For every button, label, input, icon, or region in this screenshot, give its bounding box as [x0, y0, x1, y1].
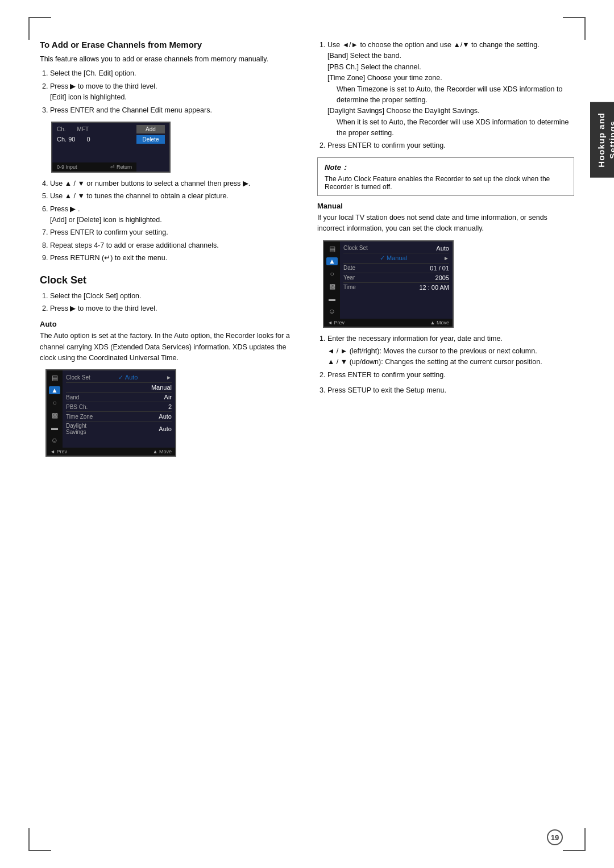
note-box: Note： The Auto Clock Feature enables the…: [317, 157, 574, 196]
icon-doc: ▬: [49, 424, 60, 432]
icon-disc: ○: [49, 399, 60, 407]
ch-cell: Ch. 90: [57, 136, 75, 143]
clock-daylight-label: DaylightSavings: [66, 423, 86, 435]
manual-year-val: 2005: [435, 274, 449, 281]
pbs-note: [PBS Ch.] Select the channel.: [327, 63, 421, 71]
icon-doc-m: ▬: [326, 295, 338, 303]
timezone-note-label: [Time Zone] Choose your time zone.: [327, 74, 442, 82]
manual-clock-set-label: Clock Set: [343, 245, 368, 251]
section1-steps-cont: Use ▲ / ▼ or number buttons to select a …: [40, 178, 297, 264]
clock-daylight-row: DaylightSavings Auto: [66, 422, 172, 436]
lr-note: ◄ / ► (left/right): Moves the cursor to …: [327, 346, 574, 357]
manual-date-label: Date: [343, 265, 355, 271]
list-item: Press ▶ .[Add] or [Delete] icon is highl…: [50, 204, 297, 226]
corner-mark-tl-h: [28, 17, 51, 18]
clock-daylight-val: Auto: [159, 425, 172, 432]
manual-clock-set-row: Clock Set Auto: [343, 244, 449, 253]
list-item: Press ▶ to move to the third level.: [50, 303, 297, 314]
daylight-detail: When it is set to Auto, the Recorder wil…: [327, 117, 574, 139]
manual-date-val: 01 / 01: [430, 265, 449, 272]
manual-year-label: Year: [343, 274, 355, 281]
list-item: Press SETUP to exit the Setup menu.: [327, 385, 574, 396]
auto-text: The Auto option is set at the factory. I…: [40, 331, 297, 364]
delete-button[interactable]: Delete: [136, 135, 165, 144]
input-label: 0-9 Input: [57, 164, 77, 170]
section1-title: To Add or Erase Channels from Memory: [40, 40, 297, 49]
icon-face: ☺: [49, 436, 60, 444]
icon-folder-m: ▩: [326, 282, 338, 290]
icon-antenna-m: ▲: [326, 257, 338, 265]
page-number: 19: [547, 829, 563, 845]
list-item: Use ▲ / ▼ or number buttons to select a …: [50, 178, 297, 189]
manual-year-row: Year 2005: [343, 273, 449, 283]
corner-mark-br-v: [584, 828, 586, 851]
footer-move: ▲ Move: [153, 449, 172, 454]
daylight-note-label: [Daylight Savings] Choose the Daylight S…: [327, 107, 480, 115]
step3-list: Press SETUP to exit the Setup menu.: [317, 385, 574, 396]
clock-timezone-val: Auto: [159, 413, 172, 420]
icon-face-m: ☺: [326, 307, 338, 315]
clock-timezone-label: Time Zone: [66, 414, 93, 420]
return-label: ⏎ Return: [110, 164, 132, 170]
icon-signal: ▤: [49, 374, 60, 382]
page: Hookup and Settings 19 To Add or Erase C…: [0, 0, 614, 868]
section1-intro: This feature allows you to add or erase …: [40, 54, 297, 65]
manual-steps: Enter the necessary information for year…: [317, 333, 574, 381]
manual-time-label: Time: [343, 284, 356, 290]
clock-manual-val: Manual: [151, 384, 172, 391]
manual-time-row: Time 12 : 00 AM: [343, 283, 449, 292]
note-label: Note：: [325, 162, 567, 173]
clock-pbs-val: 2: [168, 403, 172, 410]
manual-title: Manual: [317, 202, 574, 210]
manual-clock-icons: ▤ ▲ ○ ▩ ▬ ☺: [324, 241, 340, 319]
list-item: Press ▶ to move to the third level.[Edit…: [50, 81, 297, 103]
icon-folder: ▩: [49, 411, 60, 419]
timezone-detail: When Timezone is set to Auto, the Record…: [327, 84, 574, 106]
clock-icons: ▤ ▲ ○ ▩ ▬ ☺: [47, 370, 63, 448]
clock-timezone-row: Time Zone Auto: [66, 412, 172, 422]
clock-pbs-label: PBS Ch.: [66, 404, 88, 410]
manual-clock-footer: ◄ Prev ▲ Move: [324, 319, 453, 327]
list-item: Enter the necessary information for year…: [327, 333, 574, 368]
clock-band-label: Band: [66, 394, 79, 400]
list-item: Repeat steps 4-7 to add or erase additio…: [50, 240, 297, 251]
manual-time-val: 12 : 00 AM: [419, 284, 449, 291]
two-column-layout: To Add or Erase Channels from Memory Thi…: [40, 40, 574, 462]
left-column: To Add or Erase Channels from Memory Thi…: [40, 40, 297, 462]
list-item: Press RETURN (↵) to exit the menu.: [50, 253, 297, 264]
clock-manual-row: Manual: [66, 383, 172, 393]
footer-prev: ◄ Prev: [50, 449, 67, 454]
side-tab: Hookup and Settings: [590, 102, 614, 178]
icon-antenna: ▲: [49, 386, 60, 394]
clock-set-label: Clock Set: [66, 374, 90, 381]
list-item: Press ENTER to confirm your setting.: [327, 370, 574, 381]
add-button[interactable]: Add: [136, 125, 165, 133]
corner-mark-br-h: [563, 850, 586, 851]
corner-mark-tr-v: [584, 17, 586, 40]
clock-auto-footer: ◄ Prev ▲ Move: [47, 448, 175, 456]
ud-note: ▲ / ▼ (up/down): Changes the setting at …: [327, 357, 574, 368]
right-steps-top: Use ◄/► to choose the option and use ▲/▼…: [317, 40, 574, 152]
corner-mark-bl-v: [28, 828, 30, 851]
auto-title: Auto: [40, 320, 297, 328]
clock-set-title: Clock Set: [40, 274, 297, 286]
channel-edit-screen: Ch. MFT Ch. 90 0 0-9 Input ⏎ Return: [51, 122, 171, 173]
manual-manual-row: ✓ Manual ►: [343, 253, 449, 264]
clock-band-row: Band Air: [66, 393, 172, 402]
corner-mark-tr-h: [563, 17, 586, 18]
corner-mark-tl-v: [28, 17, 30, 40]
manual-footer-move: ▲ Move: [430, 320, 449, 326]
manual-intro: If your local TV station does not send d…: [317, 212, 574, 235]
list-item: Select the [Ch. Edit] option.: [50, 68, 297, 79]
clock-set-row: Clock Set ✓ Auto ►: [66, 373, 172, 383]
manual-footer-prev: ◄ Prev: [327, 320, 345, 326]
note-text: The Auto Clock Feature enables the Recor…: [325, 175, 550, 191]
list-item: Press ENTER to confirm your setting.: [50, 227, 297, 238]
band-note: [Band] Select the band.: [327, 52, 401, 60]
list-item: Press ENTER and the Channel Edit menu ap…: [50, 105, 297, 116]
ch-col-header: Ch.: [57, 126, 66, 132]
icon-disc-m: ○: [326, 270, 338, 278]
clock-manual-screen: ▤ ▲ ○ ▩ ▬ ☺ Clock Set Auto: [323, 240, 454, 328]
manual-manual-val: ✓ Manual: [380, 254, 407, 262]
channel-edit-buttons: Add Delete: [136, 123, 169, 172]
